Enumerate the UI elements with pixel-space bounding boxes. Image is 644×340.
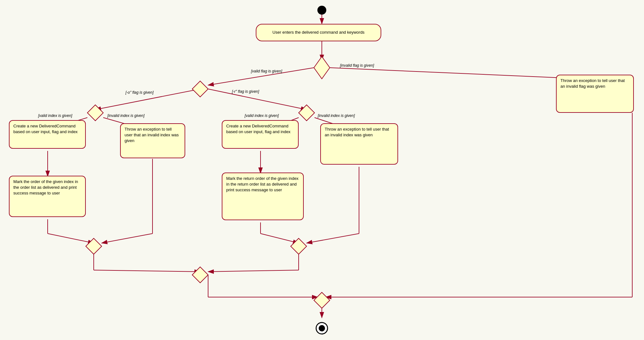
diamond-merge-r (291, 238, 307, 254)
diagram-svg: [valid flag is given] [invalid flag is g… (0, 0, 644, 340)
svg-line-30 (94, 270, 200, 272)
create-o-node: Create a new DeliveredCommand based on u… (9, 120, 86, 149)
throw-o-node: Throw an exception to tell user that an … (120, 123, 185, 158)
start-node (317, 6, 326, 15)
svg-text:[invalid index is given]: [invalid index is given] (317, 113, 355, 118)
invalid-flag-node: Throw an exception to tell user that an … (556, 75, 634, 113)
svg-text:[invalid index is given]: [invalid index is given] (107, 113, 145, 118)
mark-o-node: Mark the order of the given index in the… (9, 176, 86, 217)
svg-text:[valid index is given]: [valid index is given] (38, 113, 72, 118)
throw-r-node: Throw an exception to tell user that an … (320, 123, 398, 165)
user-enters-node: User enters the delivered command and ke… (256, 24, 381, 41)
svg-line-26 (261, 234, 299, 243)
diamond-merge-final (314, 292, 330, 308)
mark-r-node: Mark the return order of the given index… (222, 173, 304, 220)
diagram-container: [valid flag is given] [invalid flag is g… (0, 0, 644, 340)
diamond-flag-check (314, 57, 330, 79)
diamond-o-r-flag (192, 81, 208, 97)
diamond-valid-o (87, 105, 103, 121)
svg-text:[-o" flag is given]: [-o" flag is given] (125, 90, 154, 95)
diamond-merge-main (192, 267, 208, 283)
svg-line-24 (102, 234, 153, 243)
svg-text:[valid flag is given]: [valid flag is given] (251, 69, 282, 73)
end-node-inner (319, 325, 325, 331)
svg-line-22 (48, 234, 94, 243)
svg-text:[invalid flag is given]: [invalid flag is given] (340, 63, 374, 68)
diamond-valid-r (299, 105, 315, 121)
svg-text:[valid index is given]: [valid index is given] (244, 113, 279, 118)
svg-line-28 (307, 234, 359, 243)
svg-text:[-r" flag is given]: [-r" flag is given] (232, 89, 259, 94)
create-r-node: Create a new DeliveredCommand based on u… (222, 120, 299, 149)
svg-line-5 (330, 68, 584, 79)
svg-line-32 (208, 270, 299, 272)
diamond-merge-o (86, 238, 102, 254)
